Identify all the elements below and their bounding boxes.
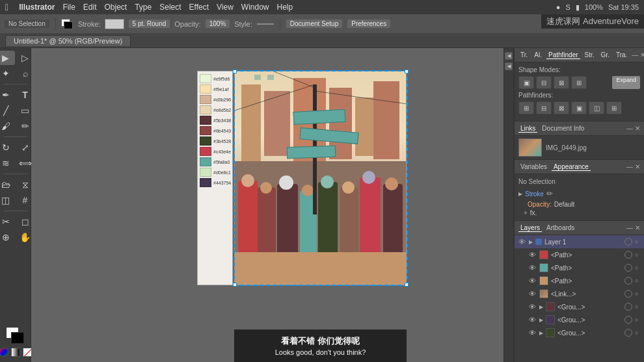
layers-tab[interactable]: Layers [518,224,542,232]
swatch-10[interactable] [200,168,211,177]
layer-group-1-row[interactable]: 👁 ▶ <Grou...> ○ [515,300,644,313]
pathfinder-minimize-icon[interactable]: — [632,51,638,58]
pathfinder-close-icon[interactable]: ✕ [640,51,644,58]
menu-view[interactable]: View [217,3,234,12]
merge-btn[interactable]: ⊠ [554,101,569,114]
pathfinder-tab-active[interactable]: Pathfinder [546,51,580,59]
outline-btn[interactable]: ◫ [589,101,604,114]
gradient-icon[interactable] [11,348,20,357]
gradient-tool[interactable]: ◫ [0,193,15,207]
group-1-expand-icon[interactable]: ▶ [539,304,543,310]
artboards-tab[interactable]: Artboards [544,224,576,231]
swatch-8[interactable] [200,147,211,156]
pathfinder-tab-str[interactable]: Str. [583,51,597,58]
path-3-eye-icon[interactable]: 👁 [528,276,537,285]
panel-toggle-2[interactable]: ◀ [505,62,513,70]
menu-help[interactable]: Help [277,3,293,12]
apple-menu[interactable]:  [5,2,8,12]
swatch-3[interactable] [200,95,211,104]
group-3-eye-icon[interactable]: 👁 [528,328,537,337]
exclude-btn[interactable]: ⊞ [571,76,587,89]
layer-1-target[interactable] [624,238,632,246]
link-visibility[interactable]: ○ [635,291,641,297]
appearance-minimize-icon[interactable]: — [626,163,633,170]
preferences-button[interactable]: Preferences [347,19,391,29]
line-tool[interactable]: ╱ [0,103,15,118]
document-tab[interactable]: Untitled-1* @ 50% (RGB/Preview) [5,35,131,46]
stroke-appearance-label[interactable]: Stroke [525,190,544,198]
expand-button[interactable]: Expand [612,76,640,89]
stroke-weight-selector[interactable]: 5 pt. Round [128,19,171,29]
layer-group-3-row[interactable]: 👁 ▶ <Grou...> ○ [515,326,644,339]
crop-btn[interactable]: ▣ [571,101,587,114]
intersect-btn[interactable]: ⊠ [554,76,569,89]
group-2-expand-icon[interactable]: ▶ [539,317,543,323]
layer-1-eye-icon[interactable]: 👁 [517,237,526,246]
group-1-visibility[interactable]: ○ [635,304,641,310]
swatch-4[interactable] [200,105,211,114]
group-2-eye-icon[interactable]: 👁 [528,315,537,324]
path-1-eye-icon[interactable]: 👁 [528,250,537,259]
group-1-target[interactable] [624,303,632,311]
path-1-target[interactable] [624,251,632,259]
document-setup-button[interactable]: Document Setup [286,19,343,29]
layer-1-row[interactable]: 👁 ▶ Layer 1 ○ [515,235,644,248]
scissors-tool[interactable]: ✂ [0,214,15,229]
swatch-5[interactable] [200,116,211,125]
zoom-tool[interactable]: ⊕ [0,230,15,244]
layer-group-2-row[interactable]: 👁 ▶ <Grou...> ○ [515,313,644,326]
none-icon[interactable] [23,348,32,357]
app-name[interactable]: Illustrator [19,3,55,12]
swatch-11[interactable] [200,178,211,187]
appearance-close-icon[interactable]: ✕ [635,163,640,170]
group-2-visibility[interactable]: ○ [635,317,641,323]
doc-info-tab[interactable]: Document Info [540,125,586,132]
swatch-1[interactable] [200,74,211,83]
pathfinder-tab-tr[interactable]: Tr. [518,51,530,58]
minus-back-btn[interactable]: ⊞ [606,101,622,114]
swatch-2[interactable] [200,84,211,94]
variables-tab[interactable]: Variables [518,163,549,170]
group-2-target[interactable] [624,316,632,324]
path-3-visibility[interactable]: ○ [635,278,641,284]
appearance-tab[interactable]: Appearance [552,163,591,171]
link-target[interactable] [624,290,632,298]
path-3-target[interactable] [624,277,632,285]
group-1-eye-icon[interactable]: 👁 [528,302,537,311]
fx-label[interactable]: fx. [530,209,537,216]
path-2-visibility[interactable]: ○ [635,265,641,271]
menu-edit[interactable]: Edit [83,3,97,12]
layer-path-2-row[interactable]: 👁 <Path> ○ [515,261,644,274]
menu-window[interactable]: Window [241,3,269,12]
color-icon[interactable] [0,348,8,357]
unite-btn[interactable]: ▣ [518,76,534,89]
panel-toggle-1[interactable]: ◀ [505,52,513,60]
menu-effect[interactable]: Effect [189,3,209,12]
opacity-value[interactable]: 100% [205,19,231,29]
swatch-6[interactable] [200,126,211,135]
swatch-9[interactable] [200,157,211,166]
stroke-pencil-icon[interactable]: ✏ [546,189,553,198]
rotate-tool[interactable]: ↻ [0,140,15,155]
group-3-visibility[interactable]: ○ [635,330,641,336]
pen-tool[interactable]: ✒ [0,88,15,102]
pathfinder-tab-tra[interactable]: Tra. [614,51,629,58]
layer-1-visibility[interactable]: ○ [635,239,641,245]
links-minimize-icon[interactable]: — [626,125,633,132]
link-eye-icon[interactable]: 👁 [528,289,537,298]
layer-1-expand-icon[interactable]: ▶ [529,239,533,245]
image-thumbnail[interactable] [518,138,542,157]
opacity-appearance-value[interactable]: Default [554,201,575,208]
minus-front-btn[interactable]: ⊟ [536,76,552,89]
path-2-eye-icon[interactable]: 👁 [528,263,537,272]
menu-select[interactable]: Select [159,3,181,12]
path-2-target[interactable] [624,264,632,272]
group-3-expand-icon[interactable]: ▶ [539,330,543,336]
group-3-target[interactable] [624,329,632,337]
swatch-7[interactable] [200,136,211,146]
trim-btn[interactable]: ⊟ [536,101,552,114]
links-tab[interactable]: Links [518,125,537,133]
menu-type[interactable]: Type [135,3,152,12]
paintbrush-tool[interactable]: 🖌 [0,119,15,133]
layers-close-icon[interactable]: ✕ [635,224,640,231]
